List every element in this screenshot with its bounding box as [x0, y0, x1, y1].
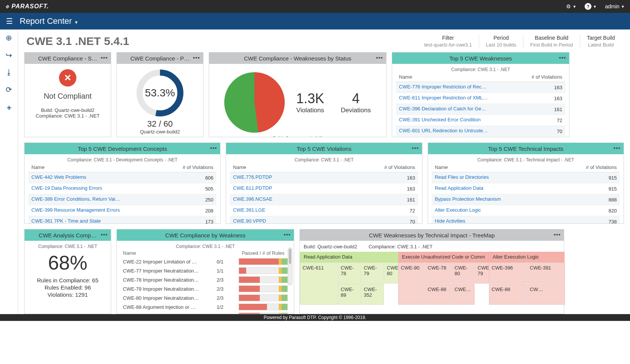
- table-row[interactable]: CWE-396 Declaration of Catch for Ge…161: [396, 104, 565, 115]
- link[interactable]: Alter Execution Logic: [435, 207, 481, 213]
- treemap-cell[interactable]: CWE-88: [489, 284, 527, 305]
- nav-bar: ☰ Report Center ▼: [0, 13, 630, 29]
- link[interactable]: Hide Activities: [435, 218, 466, 223]
- treemap-cell[interactable]: CWE-391: [527, 262, 565, 283]
- treemap-cell[interactable]: CWE…: [452, 284, 475, 305]
- table-row[interactable]: CWE.776.PDTDP163: [230, 172, 418, 183]
- table-row[interactable]: CWE.90.VPPD70: [230, 216, 418, 224]
- link[interactable]: CWE.611.PDTDP: [233, 185, 272, 191]
- hamburger-icon[interactable]: ☰: [6, 17, 13, 26]
- link[interactable]: CWE-391 Unchecked Error Condition: [399, 117, 481, 122]
- card-menu-icon[interactable]: •••: [412, 145, 419, 151]
- help-menu[interactable]: ? ▼: [585, 3, 597, 10]
- share-icon[interactable]: ↪: [6, 51, 12, 60]
- link[interactable]: CWE-611 Improper Restriction of XML…: [399, 95, 488, 101]
- treemap-category[interactable]: Alter Execution Logic: [489, 252, 565, 262]
- table-row[interactable]: CWE-389 Error Conditions, Return Val…250: [28, 194, 216, 205]
- download-icon[interactable]: ⭳: [5, 68, 13, 77]
- scrollbar[interactable]: [288, 248, 292, 285]
- card-menu-icon[interactable]: •••: [284, 231, 291, 238]
- link[interactable]: CWE-361 7PK - Time and State: [31, 218, 101, 223]
- treemap-cell[interactable]: CWE-80: [452, 262, 475, 283]
- link[interactable]: CWE-389 Error Conditions, Return Val…: [31, 196, 120, 202]
- settings-menu[interactable]: ⚙ ▼: [566, 3, 576, 9]
- weak-row[interactable]: CWE-79 Improper Neutralization…2/3: [121, 284, 290, 293]
- link[interactable]: CWE-442 Web Problems: [31, 174, 86, 180]
- meta-period[interactable]: PeriodLast 10 builds: [479, 35, 523, 48]
- table-row[interactable]: CWE-776 Improper Restriction of Rec…163: [396, 82, 565, 93]
- weak-row[interactable]: CWE-80 Improper Neutralization…2/3: [121, 293, 290, 302]
- meta-target[interactable]: Target BuildLatest Build: [580, 35, 622, 48]
- table-row[interactable]: CWE.611.PDTDP163: [230, 183, 418, 194]
- link[interactable]: CWE.90.VPPD: [233, 218, 266, 223]
- meta-filter[interactable]: Filtertest-quartz-for-cwe3.1: [417, 35, 479, 48]
- link[interactable]: Bypass Protection Mechanism: [435, 196, 501, 202]
- table-row[interactable]: CWE-19 Data Processing Errors505: [28, 183, 216, 194]
- card-menu-icon[interactable]: •••: [376, 54, 383, 61]
- treemap-cell[interactable]: CWE-78: [338, 262, 361, 283]
- link[interactable]: CWE-19 Data Processing Errors: [31, 185, 102, 191]
- weak-row[interactable]: CWE-22 Improper Limitation of …0/1: [121, 257, 290, 266]
- treemap-cell[interactable]: CWE-611: [300, 262, 338, 305]
- donut-chart[interactable]: 53.3%: [135, 68, 185, 118]
- add-icon[interactable]: ⊕: [6, 33, 12, 42]
- treemap-cell[interactable]: CWE-88: [425, 284, 452, 305]
- treemap-cell[interactable]: CW…: [527, 284, 565, 305]
- table-row[interactable]: CWE-391 Unchecked Error Condition72: [396, 115, 565, 126]
- link[interactable]: CWE-776 Improper Restriction of Rec…: [399, 84, 486, 90]
- nav-title[interactable]: Report Center ▼: [20, 16, 78, 26]
- topbar: ⟐ PARASOFT. ⚙ ▼ ? ▼ admin ▼: [0, 0, 630, 13]
- treemap-cell[interactable]: CWE-78: [425, 262, 452, 283]
- treemap-category[interactable]: Read Application Data: [300, 252, 398, 262]
- top5-weak-table: Name# of Violations CWE-776 Improper Res…: [396, 72, 565, 136]
- pie-chart[interactable]: [224, 72, 285, 133]
- link[interactable]: CWE.391.LGE: [233, 207, 265, 213]
- card-menu-icon[interactable]: •••: [101, 54, 108, 61]
- card-menu-icon[interactable]: •••: [193, 54, 200, 61]
- treemap-cell[interactable]: CWE-79: [475, 262, 490, 283]
- card-menu-icon[interactable]: •••: [559, 54, 566, 61]
- treemap[interactable]: CWE-611CWE-78CWE-79CWE-80CWE-89CWE-352 C…: [300, 262, 564, 305]
- link[interactable]: CWE.776.PDTDP: [233, 174, 272, 180]
- weak-row[interactable]: CWE-78 Improper Neutralization…2/3: [121, 275, 290, 284]
- treemap-cell[interactable]: CWE-90: [398, 262, 425, 305]
- table-row[interactable]: CWE-442 Web Problems606: [28, 172, 216, 183]
- table-row[interactable]: CWE-611 Improper Restriction of XML…163: [396, 93, 565, 104]
- weak-row[interactable]: CWE-89 Improper Neutralization…2/3: [121, 311, 290, 314]
- link[interactable]: CWE.396.NCSAE: [233, 196, 272, 202]
- weak-row[interactable]: CWE-77 Improper Neutralization…1/1: [121, 266, 290, 275]
- user-menu[interactable]: admin ▼: [605, 3, 625, 9]
- table-row[interactable]: CWE.391.LGE72: [230, 205, 418, 216]
- table-row[interactable]: Alter Execution Logic820: [432, 205, 620, 216]
- table-row[interactable]: Read Files or Directories915: [432, 172, 620, 183]
- treemap-cell[interactable]: CWE-80: [384, 262, 399, 283]
- table-row[interactable]: Read Application Data915: [432, 183, 620, 194]
- link[interactable]: Read Files or Directories: [435, 174, 489, 180]
- link[interactable]: Read Application Data: [435, 185, 484, 191]
- weak-row[interactable]: CWE-88 Argument Injection or …1/2: [121, 302, 290, 311]
- refresh-icon[interactable]: ⟳: [6, 85, 12, 94]
- compliance-status: Not Compliant: [28, 92, 107, 101]
- table-row[interactable]: CWE.396.NCSAE161: [230, 194, 418, 205]
- more-link[interactable]: more...: [396, 136, 565, 137]
- treemap-cell[interactable]: CWE-396: [489, 262, 527, 283]
- treemap-cell[interactable]: CWE-352: [361, 284, 384, 305]
- treemap-cell[interactable]: CWE-79: [361, 262, 384, 283]
- card-menu-icon[interactable]: •••: [210, 145, 217, 151]
- link[interactable]: CWE-601 URL Redirection to Untruste…: [399, 128, 488, 133]
- table-row[interactable]: CWE-399 Resource Management Errors208: [28, 205, 216, 216]
- treemap-cell[interactable]: CWE-89: [338, 284, 361, 305]
- table-row[interactable]: CWE-601 URL Redirection to Untruste…70: [396, 126, 565, 137]
- card-menu-icon[interactable]: •••: [613, 145, 621, 151]
- card-menu-icon[interactable]: •••: [101, 231, 108, 238]
- table-row[interactable]: CWE-361 7PK - Time and State173: [28, 216, 216, 224]
- table-row[interactable]: Hide Activities738: [432, 216, 620, 224]
- gear-icon: ⚙: [566, 3, 571, 9]
- treemap-category[interactable]: Execute Unauthorized Code or Comm: [398, 252, 489, 262]
- card-menu-icon[interactable]: •••: [554, 231, 561, 238]
- table-row[interactable]: Bypass Protection Mechanism888: [432, 194, 620, 205]
- link[interactable]: CWE-399 Resource Management Errors: [31, 207, 120, 213]
- link[interactable]: CWE-396 Declaration of Catch for Ge…: [399, 106, 486, 112]
- plus-icon[interactable]: ＋: [5, 102, 13, 113]
- meta-baseline[interactable]: Baseline BuildFirst Build in Period: [523, 35, 580, 48]
